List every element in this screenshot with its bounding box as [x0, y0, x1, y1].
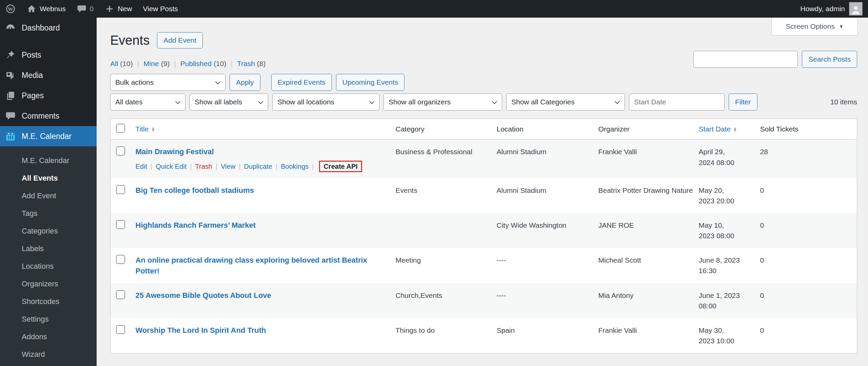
cell-location: ---- [497, 283, 598, 318]
chevron-down-icon [175, 99, 181, 104]
admin-bar: W Webnus 0 New View Posts Howdy, admin [0, 0, 868, 18]
sort-by-start-date-link[interactable]: Start Date [699, 125, 731, 133]
view-published-count: (10) [214, 60, 226, 68]
site-name-link[interactable]: Webnus [21, 0, 71, 18]
sidebar-item-me-calendar[interactable]: M.E. Calendar [0, 126, 97, 146]
submenu-item-settings[interactable]: Settings [0, 310, 97, 328]
screen-options-tab[interactable]: Screen Options ▼ [771, 18, 858, 36]
duplicate-action[interactable]: Duplicate [244, 163, 272, 170]
row-checkbox[interactable] [116, 185, 125, 194]
locations-filter-select[interactable]: Show all locations [272, 94, 379, 110]
sort-arrows-icon[interactable]: ▲▼ [733, 127, 737, 132]
sidebar-item-dashboard[interactable]: Dashboard [0, 18, 97, 38]
user-silhouette-icon [850, 4, 861, 15]
cell-location: Spain [497, 318, 598, 353]
event-title-link[interactable]: 25 Awesome Bible Quotes About Love [136, 290, 271, 301]
cell-location: Alumni Stadium [497, 178, 598, 213]
select-all-checkbox[interactable] [116, 124, 125, 133]
labels-filter-select[interactable]: Show all labels [190, 94, 268, 110]
create-api-action[interactable]: Create API [319, 161, 362, 172]
cell-start-date: May 30, 2023 10:00 [699, 318, 760, 353]
sidebar-item-label: Pages [22, 91, 44, 100]
column-header-sold-tickets: Sold Tickets [760, 119, 857, 140]
sidebar-item-comments[interactable]: Comments [0, 106, 97, 126]
chevron-down-icon: ▼ [839, 24, 844, 29]
event-title-link[interactable]: An online practical drawing class explor… [136, 255, 391, 277]
column-header-title: Title▲▼ [136, 119, 396, 140]
quick-edit-action[interactable]: Quick Edit [156, 163, 186, 170]
view-action[interactable]: View [221, 163, 235, 170]
cell-organizer: Micheal Scott [598, 248, 699, 283]
view-trash-link[interactable]: Trash [237, 60, 255, 68]
bookings-action[interactable]: Bookings [281, 163, 309, 170]
sort-by-title-link[interactable]: Title [136, 125, 149, 133]
howdy-text[interactable]: Howdy, admin [801, 5, 845, 13]
search-posts-button[interactable]: Search Posts [802, 51, 857, 68]
row-checkbox[interactable] [116, 290, 125, 299]
organizers-filter-select[interactable]: Show all organizers [383, 94, 502, 110]
cell-sold-tickets: 0 [760, 248, 857, 283]
upcoming-events-button[interactable]: Upcoming Events [336, 74, 405, 91]
view-mine-link[interactable]: Mine [143, 60, 159, 68]
submenu-item-organizers[interactable]: Organizers [0, 275, 97, 293]
start-date-input[interactable] [629, 94, 725, 110]
submenu-item-locations[interactable]: Locations [0, 258, 97, 275]
edit-action[interactable]: Edit [136, 163, 147, 170]
submenu-item-wizard[interactable]: Wizard [0, 346, 97, 363]
apply-button[interactable]: Apply [230, 74, 260, 91]
sidebar-item-posts[interactable]: Posts [0, 45, 97, 65]
add-event-button[interactable]: Add Event [157, 32, 203, 48]
trash-action[interactable]: Trash [195, 163, 212, 170]
view-published-link[interactable]: Published [180, 60, 212, 68]
event-title-link[interactable]: Worship The Lord In Spirit And Truth [136, 325, 266, 336]
new-content-menu[interactable]: New [99, 0, 137, 18]
organizers-filter-value: Show all organizers [389, 98, 451, 106]
table-row: Worship The Lord In Spirit And Truth Thi… [111, 318, 857, 353]
event-title-link[interactable]: Big Ten college football stadiums [136, 185, 254, 196]
sort-arrows-icon[interactable]: ▲▼ [151, 127, 155, 132]
filter-button[interactable]: Filter [729, 94, 757, 110]
row-checkbox[interactable] [116, 146, 125, 156]
cell-category: Events [396, 178, 497, 213]
cell-start-date: June 1, 2023 08:00 [699, 283, 760, 318]
row-checkbox[interactable] [116, 220, 125, 229]
event-title-link[interactable]: Main Drawing Festival [136, 146, 214, 157]
submenu-item-add-event[interactable]: Add Event [0, 187, 97, 205]
categories-filter-select[interactable]: Show all Categories [506, 94, 625, 110]
table-row: Highlands Ranch Farmers’ Market City Wid… [111, 213, 857, 248]
view-all-link[interactable]: All [110, 60, 118, 68]
expired-events-button[interactable]: Expired Events [271, 74, 332, 91]
comments-bubble[interactable]: 0 [71, 0, 99, 18]
row-checkbox[interactable] [116, 255, 125, 264]
event-title-link[interactable]: Highlands Ranch Farmers’ Market [136, 220, 256, 231]
pages-icon [5, 90, 16, 101]
submenu-item-addons[interactable]: Addons [0, 328, 97, 346]
dates-filter-select[interactable]: All dates [110, 94, 185, 110]
sidebar-item-pages[interactable]: Pages [0, 85, 97, 106]
cell-sold-tickets: 0 [760, 318, 857, 353]
search-box: Search Posts [693, 51, 857, 68]
submenu-item-me-calendar[interactable]: M.E. Calendar [0, 152, 97, 169]
page-title: Events [110, 33, 150, 48]
bulk-actions-select[interactable]: Bulk actions [110, 74, 225, 91]
view-posts-link[interactable]: View Posts [137, 0, 183, 18]
search-input[interactable] [693, 51, 798, 68]
view-posts-label: View Posts [143, 5, 178, 13]
pin-icon [5, 49, 16, 61]
avatar[interactable] [849, 2, 863, 16]
submenu-item-categories[interactable]: Categories [0, 222, 97, 240]
submenu-item-tags[interactable]: Tags [0, 205, 97, 222]
column-header-location: Location [497, 119, 598, 140]
submenu-item-all-events[interactable]: All Events [0, 169, 97, 187]
submenu-item-labels[interactable]: Labels [0, 240, 97, 258]
wordpress-logo-menu[interactable]: W [0, 0, 21, 18]
row-checkbox[interactable] [116, 325, 125, 334]
cell-organizer: Frankie Valli [598, 140, 699, 178]
submenu-item-shortcodes[interactable]: Shortcodes [0, 293, 97, 310]
events-table: Title▲▼ Category Location Organizer Star… [110, 119, 857, 353]
view-published: Published (10) [170, 60, 226, 68]
sidebar-item-media[interactable]: Media [0, 65, 97, 85]
sidebar-item-label: Comments [22, 111, 59, 121]
cell-organizer: JANE ROE [598, 213, 699, 248]
chevron-down-icon [492, 99, 497, 104]
